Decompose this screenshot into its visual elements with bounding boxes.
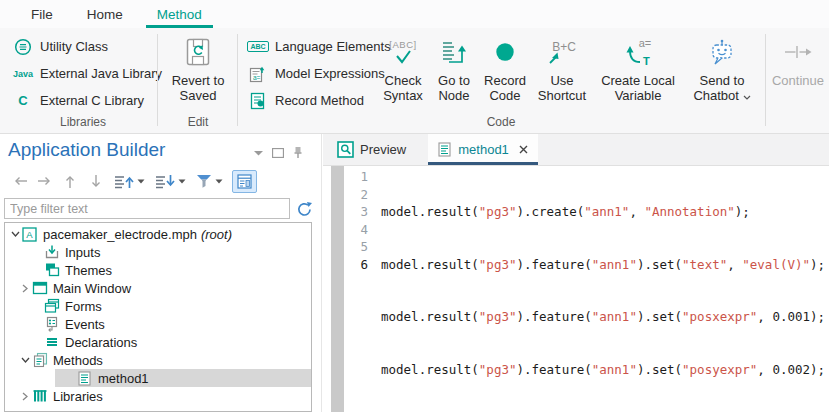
application-root-icon: A bbox=[21, 227, 38, 242]
line-number: 4 bbox=[344, 221, 368, 239]
tab-preview[interactable]: Preview bbox=[327, 134, 416, 165]
model-expressions-icon: a= bbox=[247, 65, 269, 83]
tab-preview-label: Preview bbox=[360, 142, 406, 157]
edit-group-label: Edit bbox=[162, 115, 234, 129]
tree-label: Libraries bbox=[53, 389, 103, 404]
revert-to-saved-button[interactable]: Revert to Saved bbox=[162, 34, 234, 103]
utility-class-button[interactable]: Utility Class bbox=[8, 33, 158, 60]
group-separator bbox=[237, 34, 238, 126]
application-builder-panel: Application Builder bbox=[0, 134, 322, 412]
move-down-icon[interactable] bbox=[83, 170, 109, 192]
create-local-variable-button[interactable]: a= T Create Local Variable bbox=[595, 34, 681, 103]
group-separator bbox=[157, 34, 158, 126]
tree-label: Main Window bbox=[53, 281, 131, 296]
close-tab-icon[interactable] bbox=[519, 145, 528, 154]
line-number: 1 bbox=[344, 168, 368, 186]
code-group-label: Code bbox=[240, 115, 762, 129]
methods-icon bbox=[31, 352, 48, 368]
record-method-label: Record Method bbox=[275, 93, 364, 108]
go-to-node-label: Go to Node bbox=[431, 73, 477, 103]
code-pane[interactable]: model.result("pg3").create("ann1", "Anno… bbox=[368, 166, 829, 412]
main-window-icon bbox=[31, 280, 48, 296]
inputs-icon bbox=[43, 244, 60, 260]
code-line: model.result("pg3").feature("ann1").set(… bbox=[381, 308, 829, 326]
external-java-library-label: External Java Library bbox=[40, 66, 162, 81]
application-tree: A pacemaker_electrode.mph (root) Inputs … bbox=[4, 222, 312, 412]
revert-to-saved-label: Revert to Saved bbox=[162, 73, 234, 103]
model-expressions-button[interactable]: a= Model Expressions bbox=[243, 60, 381, 87]
use-shortcut-label: Use Shortcut bbox=[533, 73, 591, 103]
revert-to-saved-icon bbox=[162, 34, 234, 70]
tree-row-methods[interactable]: Methods bbox=[5, 351, 311, 369]
tree-label: Methods bbox=[53, 353, 103, 368]
themes-icon bbox=[43, 262, 60, 278]
model-expressions-label: Model Expressions bbox=[275, 66, 385, 81]
check-syntax-button[interactable]: [ABC] Check Syntax bbox=[378, 34, 428, 103]
record-method-button[interactable]: Record Method bbox=[243, 87, 381, 114]
tree-label: Inputs bbox=[65, 245, 100, 260]
code-line: model.result("pg3").feature("ann1").set(… bbox=[381, 256, 829, 274]
record-method-icon bbox=[247, 92, 269, 110]
svg-text:a=: a= bbox=[639, 37, 652, 49]
tree-row-root[interactable]: A pacemaker_electrode.mph (root) bbox=[5, 225, 311, 243]
panel-toolbar bbox=[8, 170, 257, 192]
send-to-chatbot-icon bbox=[684, 34, 760, 70]
events-icon bbox=[43, 316, 60, 332]
go-to-node-button[interactable]: Go to Node bbox=[431, 34, 477, 103]
forward-arrow-icon[interactable] bbox=[32, 170, 57, 192]
continue-button[interactable]: Continue bbox=[770, 34, 826, 88]
expand-all-icon[interactable] bbox=[113, 170, 134, 192]
tree-row-events[interactable]: Events bbox=[5, 315, 311, 333]
expand-all-dropdown-icon[interactable] bbox=[137, 170, 145, 192]
tab-method1[interactable]: method1 bbox=[428, 134, 538, 165]
tab-home[interactable]: Home bbox=[76, 0, 134, 28]
external-c-library-label: External C Library bbox=[40, 93, 144, 108]
line-number-gutter: 1 2 3 4 5 6 bbox=[344, 166, 368, 412]
use-shortcut-icon: B+C bbox=[533, 34, 591, 70]
ribbon: Utility Class Java External Java Library… bbox=[0, 28, 829, 134]
refresh-icon[interactable] bbox=[296, 201, 313, 217]
use-shortcut-button[interactable]: B+C Use Shortcut bbox=[533, 34, 591, 103]
tree-row-declarations[interactable]: Declarations bbox=[5, 333, 311, 351]
external-java-library-button[interactable]: Java External Java Library bbox=[8, 60, 158, 87]
chevron-collapsed-icon[interactable] bbox=[19, 392, 31, 401]
show-editor-tools-toggle[interactable] bbox=[232, 170, 257, 193]
tree-row-themes[interactable]: Themes bbox=[5, 261, 311, 279]
chevron-expanded-icon[interactable] bbox=[19, 357, 31, 363]
float-window-icon[interactable] bbox=[272, 148, 284, 158]
panel-window-buttons bbox=[254, 146, 303, 159]
chevron-expanded-icon[interactable] bbox=[9, 231, 21, 237]
chevron-collapsed-icon[interactable] bbox=[19, 284, 31, 293]
filter-funnel-icon[interactable] bbox=[196, 170, 212, 192]
collapse-all-dropdown-icon[interactable] bbox=[178, 170, 186, 192]
language-elements-icon: ABC bbox=[247, 41, 269, 52]
language-elements-button[interactable]: ABC Language Elements bbox=[243, 33, 381, 60]
check-syntax-label: Check Syntax bbox=[378, 73, 428, 103]
tab-file[interactable]: File bbox=[20, 0, 64, 28]
back-arrow-icon[interactable] bbox=[8, 170, 32, 192]
code-editor-area[interactable]: 1 2 3 4 5 6 model.result("pg3").create("… bbox=[323, 166, 829, 412]
svg-text:B+C: B+C bbox=[552, 40, 576, 54]
record-code-button[interactable]: Record Code bbox=[479, 34, 531, 103]
collapse-all-icon[interactable] bbox=[154, 170, 175, 192]
tree-label: Forms bbox=[65, 299, 102, 314]
code-line: model.result("pg3").create("ann1", "Anno… bbox=[381, 203, 829, 221]
filter-input[interactable] bbox=[4, 198, 290, 219]
move-up-icon[interactable] bbox=[57, 170, 83, 192]
tree-label: Themes bbox=[65, 263, 112, 278]
tree-row-main-window[interactable]: Main Window bbox=[5, 279, 311, 297]
tree-row-inputs[interactable]: Inputs bbox=[5, 243, 311, 261]
create-local-variable-icon: a= T bbox=[595, 34, 681, 70]
record-code-icon bbox=[479, 34, 531, 70]
utility-class-label: Utility Class bbox=[40, 39, 108, 54]
tree-row-libraries[interactable]: Libraries bbox=[5, 387, 311, 405]
filter-dropdown-icon[interactable] bbox=[215, 170, 223, 192]
send-to-chatbot-button[interactable]: Send to Chatbot bbox=[684, 34, 760, 103]
pin-icon[interactable] bbox=[293, 146, 303, 159]
tree-row-method1[interactable]: method1 bbox=[55, 369, 311, 387]
tree-row-forms[interactable]: Forms bbox=[5, 297, 311, 315]
tab-method[interactable]: Method bbox=[146, 0, 213, 28]
panel-menu-chevron-icon[interactable] bbox=[254, 150, 263, 156]
group-separator bbox=[765, 34, 766, 126]
external-c-library-button[interactable]: C External C Library bbox=[8, 87, 158, 114]
